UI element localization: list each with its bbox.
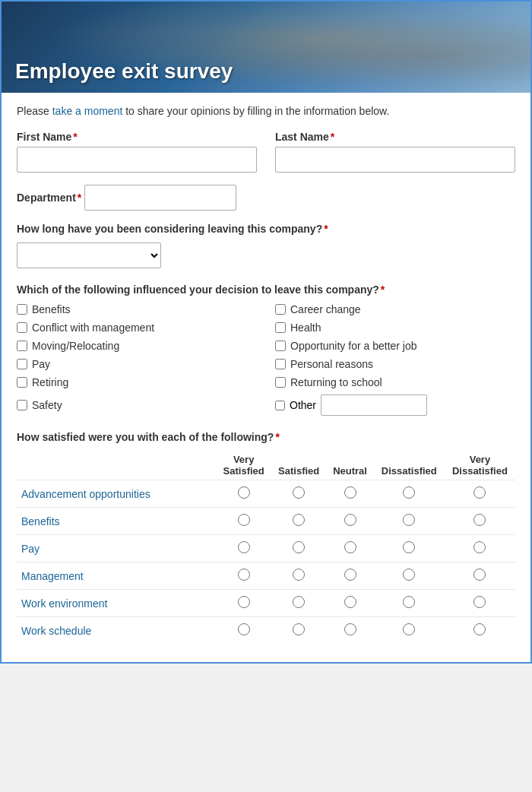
radio-management-dissatisfied[interactable] bbox=[403, 569, 415, 581]
radio-advancement-very-dissatisfied[interactable] bbox=[473, 486, 486, 499]
intro-text: Please take a moment to share your opini… bbox=[17, 105, 515, 117]
checkbox-conflict-input[interactable] bbox=[17, 322, 27, 333]
radio-advancement-satisfied[interactable] bbox=[293, 486, 305, 499]
duration-required: * bbox=[324, 223, 328, 235]
checkbox-safety-input[interactable] bbox=[17, 400, 27, 410]
radio-pay-dissatisfied[interactable] bbox=[403, 541, 415, 553]
radio-management-very-dissatisfied[interactable] bbox=[473, 569, 486, 581]
radio-advancement-neutral[interactable] bbox=[344, 486, 356, 499]
checkbox-retiring-label: Retiring bbox=[32, 376, 68, 388]
checkbox-moving: Moving/Relocating bbox=[17, 340, 257, 352]
radio-management-very-satisfied[interactable] bbox=[238, 569, 250, 581]
checkbox-conflict-label: Conflict with management bbox=[32, 322, 154, 334]
table-row: Benefits bbox=[17, 508, 515, 535]
checkbox-required: * bbox=[381, 284, 385, 296]
checkbox-health-label: Health bbox=[290, 322, 321, 334]
checkbox-other-input[interactable] bbox=[275, 401, 285, 410]
checkbox-moving-label: Moving/Relocating bbox=[32, 340, 119, 352]
checkbox-career-change: Career change bbox=[275, 303, 515, 315]
radio-advancement-dissatisfied[interactable] bbox=[403, 486, 415, 499]
radio-worksched-neutral[interactable] bbox=[344, 623, 356, 635]
row-label-management: Management bbox=[17, 562, 216, 590]
radio-workenv-very-satisfied[interactable] bbox=[238, 596, 250, 608]
checkbox-opportunity-label: Opportunity for a better job bbox=[290, 340, 417, 352]
checkbox-retiring: Retiring bbox=[17, 376, 257, 388]
survey-title: Employee exit survey bbox=[15, 59, 233, 84]
last-name-required: * bbox=[331, 131, 334, 143]
radio-benefits-neutral[interactable] bbox=[344, 514, 356, 526]
checkbox-pay-input[interactable] bbox=[17, 359, 27, 369]
checkbox-pay: Pay bbox=[17, 358, 257, 370]
satisfaction-section: How satisfied were you with each of the … bbox=[17, 431, 515, 644]
department-group: Department* bbox=[17, 185, 515, 211]
checkbox-benefits: Benefits bbox=[17, 303, 257, 315]
radio-workenv-very-dissatisfied[interactable] bbox=[473, 596, 486, 608]
radio-advancement-vs bbox=[216, 480, 271, 508]
first-name-input[interactable] bbox=[17, 147, 257, 173]
table-row: Work environment bbox=[17, 590, 515, 617]
satisfaction-question: How satisfied were you with each of the … bbox=[17, 431, 515, 443]
checkbox-benefits-input[interactable] bbox=[17, 304, 27, 315]
checkbox-opportunity: Opportunity for a better job bbox=[275, 340, 515, 352]
radio-advancement-s bbox=[271, 480, 327, 508]
row-label-pay: Pay bbox=[17, 535, 216, 562]
radio-benefits-very-satisfied[interactable] bbox=[238, 514, 250, 526]
checkbox-retiring-input[interactable] bbox=[17, 377, 27, 388]
radio-benefits-satisfied[interactable] bbox=[293, 514, 305, 526]
col-header-empty bbox=[17, 451, 216, 480]
duration-question: How long have you been considering leavi… bbox=[17, 223, 515, 235]
radio-pay-neutral[interactable] bbox=[344, 541, 356, 553]
satisfaction-table: VerySatisfied Satisfied Neutral Dissatis… bbox=[17, 451, 515, 644]
last-name-input[interactable] bbox=[275, 147, 515, 173]
radio-workenv-neutral[interactable] bbox=[344, 596, 356, 608]
radio-worksched-dissatisfied[interactable] bbox=[403, 623, 415, 635]
row-label-benefits: Benefits bbox=[17, 508, 216, 535]
radio-worksched-very-satisfied[interactable] bbox=[238, 623, 250, 635]
survey-header: Employee exit survey bbox=[2, 2, 530, 93]
duration-select[interactable]: Less than 1 month 1–3 months 3–6 months … bbox=[17, 242, 161, 268]
satisfaction-required: * bbox=[275, 431, 279, 443]
checkbox-career-change-input[interactable] bbox=[275, 304, 286, 315]
checkbox-personal-label: Personal reasons bbox=[290, 358, 373, 370]
checkbox-opportunity-input[interactable] bbox=[275, 341, 286, 351]
table-row: Management bbox=[17, 562, 515, 590]
radio-management-neutral[interactable] bbox=[344, 569, 356, 581]
table-row: Pay bbox=[17, 535, 515, 562]
radio-advancement-very-satisfied[interactable] bbox=[238, 486, 250, 499]
checkbox-question: Which of the following influenced your d… bbox=[17, 284, 515, 296]
name-row: First Name* Last Name* bbox=[17, 131, 515, 173]
radio-advancement-vd bbox=[445, 480, 515, 508]
radio-workenv-dissatisfied[interactable] bbox=[403, 596, 415, 608]
col-header-very-satisfied: VerySatisfied bbox=[216, 451, 271, 480]
table-row: Work schedule bbox=[17, 617, 515, 645]
department-input[interactable] bbox=[84, 185, 236, 211]
checkbox-returning: Returning to school bbox=[275, 376, 515, 388]
col-header-very-dissatisfied: VeryDissatisfied bbox=[445, 451, 515, 480]
checkbox-safety: Safety bbox=[17, 394, 257, 416]
checkbox-personal: Personal reasons bbox=[275, 358, 515, 370]
other-text-input[interactable] bbox=[321, 394, 427, 416]
radio-benefits-very-dissatisfied[interactable] bbox=[473, 514, 486, 526]
checkbox-moving-input[interactable] bbox=[17, 341, 27, 351]
radio-management-satisfied[interactable] bbox=[293, 569, 305, 581]
radio-workenv-satisfied[interactable] bbox=[293, 596, 305, 608]
form-body: Please take a moment to share your opini… bbox=[2, 93, 530, 662]
checkbox-returning-input[interactable] bbox=[275, 377, 286, 388]
radio-worksched-satisfied[interactable] bbox=[293, 623, 305, 635]
survey-container: Employee exit survey Please take a momen… bbox=[0, 0, 532, 664]
checkbox-health-input[interactable] bbox=[275, 322, 286, 333]
radio-benefits-dissatisfied[interactable] bbox=[403, 514, 415, 526]
department-required: * bbox=[78, 192, 81, 204]
checkbox-returning-label: Returning to school bbox=[290, 376, 382, 388]
checkbox-conflict: Conflict with management bbox=[17, 322, 257, 334]
col-header-dissatisfied: Dissatisfied bbox=[374, 451, 445, 480]
checkbox-personal-input[interactable] bbox=[275, 359, 286, 369]
radio-advancement-n bbox=[326, 480, 373, 508]
row-label-advancement: Advancement opportunities bbox=[17, 480, 216, 508]
checkbox-other-row: Other bbox=[275, 394, 515, 416]
radio-worksched-very-dissatisfied[interactable] bbox=[473, 623, 486, 635]
radio-pay-very-satisfied[interactable] bbox=[238, 541, 250, 553]
radio-pay-very-dissatisfied[interactable] bbox=[473, 541, 486, 553]
radio-pay-satisfied[interactable] bbox=[293, 541, 305, 553]
last-name-group: Last Name* bbox=[275, 131, 515, 173]
